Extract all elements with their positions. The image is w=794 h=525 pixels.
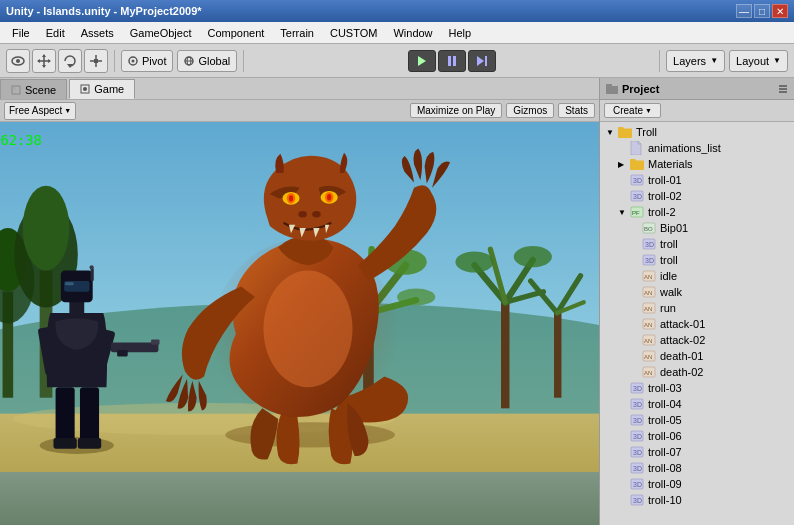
- tree-node-icon: 3D: [630, 429, 646, 443]
- eye-icon: [11, 54, 25, 68]
- rotate-icon: [63, 54, 77, 68]
- scene-tab[interactable]: Scene: [0, 79, 67, 99]
- pause-button[interactable]: [438, 50, 466, 72]
- project-menu-icon[interactable]: [778, 84, 788, 94]
- tree-item-troll-04[interactable]: 3Dtroll-04: [600, 396, 794, 412]
- tree-node-icon: [630, 157, 646, 171]
- game-tab[interactable]: Game: [69, 79, 135, 99]
- tree-item-troll-05[interactable]: 3Dtroll-05: [600, 412, 794, 428]
- tree-node-icon: AN: [642, 301, 658, 315]
- tree-item-troll-2-folder[interactable]: ▼PFtroll-2: [600, 204, 794, 220]
- menu-bar: File Edit Assets GameObject Component Te…: [0, 22, 794, 44]
- gizmos-button[interactable]: Gizmos: [506, 103, 554, 118]
- menu-custom[interactable]: CUSTOM: [322, 25, 385, 41]
- tree-node-label: death-02: [660, 366, 703, 378]
- svg-text:3D: 3D: [645, 257, 654, 264]
- layers-dropdown[interactable]: Layers ▼: [666, 50, 725, 72]
- close-button[interactable]: ✕: [772, 4, 788, 18]
- layout-dropdown[interactable]: Layout ▼: [729, 50, 788, 72]
- tree-item-walk[interactable]: ANwalk: [600, 284, 794, 300]
- svg-text:62:38: 62:38: [0, 132, 41, 148]
- menu-terrain[interactable]: Terrain: [272, 25, 322, 41]
- svg-rect-77: [151, 339, 159, 344]
- svg-text:3D: 3D: [633, 417, 642, 424]
- scale-icon: [89, 54, 103, 68]
- hand-tool-button[interactable]: [6, 49, 30, 73]
- playback-controls: [250, 50, 653, 72]
- svg-rect-36: [501, 302, 509, 408]
- tree-node-label: troll-06: [648, 430, 682, 442]
- tree-item-troll-03[interactable]: 3Dtroll-03: [600, 380, 794, 396]
- tree-node-icon: 3D: [630, 413, 646, 427]
- tree-node-label: Bip01: [660, 222, 688, 234]
- tree-item-troll-08[interactable]: 3Dtroll-08: [600, 460, 794, 476]
- tree-node-label: run: [660, 302, 676, 314]
- transform-tools: [6, 49, 108, 73]
- tree-node-icon: 3D: [630, 445, 646, 459]
- svg-rect-58: [0, 472, 599, 525]
- play-button[interactable]: [408, 50, 436, 72]
- window-title: Unity - Islands.unity - MyProject2009*: [6, 5, 202, 17]
- tree-item-troll-mesh2[interactable]: 3Dtroll: [600, 252, 794, 268]
- svg-point-42: [455, 251, 493, 272]
- scale-tool-button[interactable]: [84, 49, 108, 73]
- step-button[interactable]: [468, 50, 496, 72]
- tree-item-attack-02[interactable]: ANattack-02: [600, 332, 794, 348]
- svg-text:PF: PF: [632, 210, 640, 216]
- aspect-dropdown[interactable]: Free Aspect ▼: [4, 102, 76, 120]
- menu-assets[interactable]: Assets: [73, 25, 122, 41]
- tree-item-troll-02[interactable]: 3Dtroll-02: [600, 188, 794, 204]
- menu-component[interactable]: Component: [199, 25, 272, 41]
- tree-item-materials-folder[interactable]: ▶Materials: [600, 156, 794, 172]
- create-button[interactable]: Create ▼: [604, 103, 661, 118]
- tree-item-troll-06[interactable]: 3Dtroll-06: [600, 428, 794, 444]
- svg-rect-84: [91, 268, 94, 281]
- game-tab-label: Game: [94, 83, 124, 95]
- tree-item-bip01[interactable]: BOBip01: [600, 220, 794, 236]
- pivot-toggle[interactable]: Pivot: [121, 50, 173, 72]
- menu-gameobject[interactable]: GameObject: [122, 25, 200, 41]
- menu-edit[interactable]: Edit: [38, 25, 73, 41]
- maximize-button[interactable]: □: [754, 4, 770, 18]
- menu-help[interactable]: Help: [441, 25, 480, 41]
- svg-point-27: [83, 87, 87, 91]
- svg-text:3D: 3D: [633, 481, 642, 488]
- tree-node-icon: PF: [630, 205, 646, 219]
- svg-rect-23: [485, 56, 487, 66]
- svg-text:AN: AN: [644, 274, 652, 280]
- tree-item-animations-list[interactable]: animations_list: [600, 140, 794, 156]
- tree-node-label: troll-03: [648, 382, 682, 394]
- rotate-tool-button[interactable]: [58, 49, 82, 73]
- menu-window[interactable]: Window: [385, 25, 440, 41]
- tree-item-troll-01[interactable]: 3Dtroll-01: [600, 172, 794, 188]
- scene-tab-icon: [11, 85, 21, 95]
- tree-item-troll-09[interactable]: 3Dtroll-09: [600, 476, 794, 492]
- tree-item-troll-mesh1[interactable]: 3Dtroll: [600, 236, 794, 252]
- stats-button[interactable]: Stats: [558, 103, 595, 118]
- minimize-button[interactable]: —: [736, 4, 752, 18]
- tree-item-troll-10[interactable]: 3Dtroll-10: [600, 492, 794, 508]
- tree-item-troll-07[interactable]: 3Dtroll-07: [600, 444, 794, 460]
- tree-item-idle[interactable]: ANidle: [600, 268, 794, 284]
- maximize-on-play-button[interactable]: Maximize on Play: [410, 103, 502, 118]
- tree-item-death-02[interactable]: ANdeath-02: [600, 364, 794, 380]
- tree-node-label: troll: [660, 238, 678, 250]
- tree-node-icon: 3D: [642, 253, 658, 267]
- tree-node-label: troll-02: [648, 190, 682, 202]
- global-toggle[interactable]: Global: [177, 50, 237, 72]
- tree-node-label: troll-10: [648, 494, 682, 506]
- svg-point-68: [298, 211, 306, 217]
- global-label: Global: [198, 55, 230, 67]
- tree-node-label: troll-07: [648, 446, 682, 458]
- svg-marker-7: [48, 59, 51, 63]
- move-tool-button[interactable]: [32, 49, 56, 73]
- menu-file[interactable]: File: [4, 25, 38, 41]
- tree-item-run[interactable]: ANrun: [600, 300, 794, 316]
- tree-item-attack-01[interactable]: ANattack-01: [600, 316, 794, 332]
- svg-text:3D: 3D: [633, 465, 642, 472]
- layers-label: Layers: [673, 55, 706, 67]
- tree-item-troll-folder[interactable]: ▼Troll: [600, 124, 794, 140]
- tree-node-icon: 3D: [630, 397, 646, 411]
- scene-tab-label: Scene: [25, 84, 56, 96]
- tree-item-death-01[interactable]: ANdeath-01: [600, 348, 794, 364]
